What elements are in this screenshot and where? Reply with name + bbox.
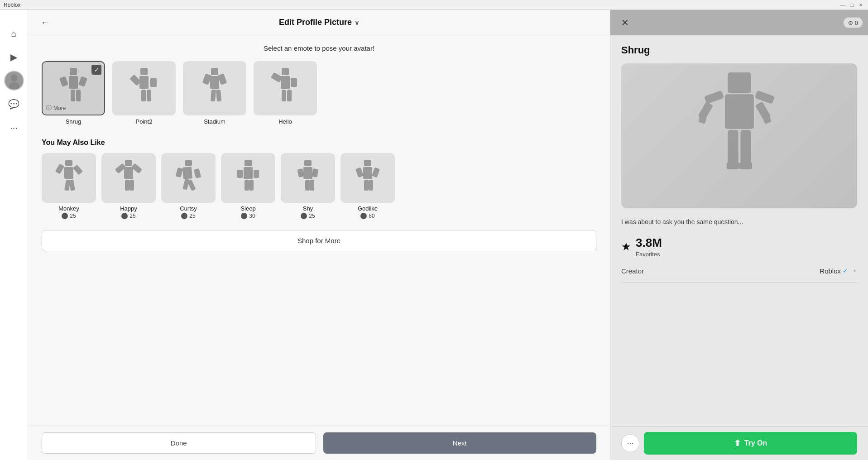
svg-rect-59: [372, 168, 380, 178]
emote-grid: ✓ ⓘ More Shrug: [42, 61, 596, 125]
suggestions-grid: Monkey 25 Hap: [42, 153, 596, 219]
main-content: Select an emote to pose your avatar! ✓: [28, 35, 610, 426]
svg-rect-5: [78, 76, 87, 87]
svg-rect-2: [70, 68, 77, 75]
suggest-price-godlike: 80: [360, 213, 374, 219]
more-badge[interactable]: ⓘ More: [46, 104, 66, 112]
suggest-card-monkey[interactable]: Monkey 25: [42, 153, 96, 219]
item-preview: [621, 63, 857, 208]
favorites-section: ★ 3.8M Favorites: [621, 236, 857, 258]
next-button[interactable]: Next: [323, 432, 597, 454]
svg-rect-73: [739, 163, 752, 169]
suggest-thumb-curtsy: [161, 153, 216, 203]
favorites-label: Favorites: [636, 251, 662, 258]
shop-for-more-button[interactable]: Shop for More: [42, 230, 596, 251]
svg-rect-50: [304, 160, 312, 166]
svg-rect-61: [369, 180, 373, 191]
svg-rect-33: [124, 167, 133, 179]
suggest-thumb-monkey: [42, 153, 96, 203]
svg-rect-36: [125, 180, 129, 191]
suggest-name-sleep: Sleep: [240, 205, 255, 212]
arrow-right-icon: →: [850, 267, 857, 275]
suggest-thumb-shy: [281, 153, 335, 203]
emote-card-stadium[interactable]: Stadium: [183, 61, 246, 125]
suggest-thumb-happy: [101, 153, 156, 203]
minimize-button[interactable]: —: [839, 1, 846, 9]
emote-thumb-shrug: ✓ ⓘ More: [42, 61, 105, 115]
suggest-thumb-sleep: [221, 153, 275, 203]
done-button[interactable]: Done: [42, 432, 316, 454]
coin-icon: [360, 213, 367, 219]
title-bar: Roblox — □ ×: [0, 0, 868, 10]
try-on-button[interactable]: ⬆ Try On: [644, 432, 857, 455]
suggest-card-godlike[interactable]: Godlike 80: [340, 153, 395, 219]
suggest-thumb-godlike: [340, 153, 395, 203]
verified-icon: ✓: [843, 267, 848, 274]
svg-rect-60: [364, 180, 369, 191]
avatar-try-icon: ⬆: [734, 438, 741, 448]
svg-rect-40: [176, 168, 183, 177]
suggest-price-monkey: 25: [62, 213, 76, 219]
svg-rect-70: [728, 130, 738, 164]
more-options-button[interactable]: ···: [621, 434, 639, 452]
emote-thumb-hello: [254, 61, 317, 115]
suggestions-title: You May Also Like: [42, 139, 596, 147]
svg-rect-39: [182, 167, 192, 179]
emote-name-point2: Point2: [136, 118, 153, 125]
emote-thumb-point2: [112, 61, 176, 115]
sidebar-item-chat[interactable]: 💬: [4, 94, 24, 114]
suggest-name-monkey: Monkey: [58, 205, 79, 212]
svg-rect-43: [187, 179, 196, 191]
right-panel-header: ✕ ⊙ 0: [610, 10, 868, 35]
close-panel-button[interactable]: ✕: [618, 15, 632, 30]
coin-icon: [301, 213, 307, 219]
emote-card-hello[interactable]: Hello: [254, 61, 317, 125]
suggest-price-shy: 25: [301, 213, 315, 219]
svg-rect-64: [704, 90, 724, 104]
suggest-name-godlike: Godlike: [358, 205, 378, 212]
svg-rect-62: [728, 72, 751, 93]
coin-icon: [181, 213, 187, 219]
sidebar-item-more[interactable]: ···: [4, 118, 24, 138]
favorites-info: 3.8M Favorites: [636, 236, 662, 258]
select-label: Select an emote to pose your avatar!: [42, 44, 596, 52]
info-icon: ⓘ: [46, 104, 52, 112]
right-panel-footer: ··· ⬆ Try On: [610, 426, 868, 460]
svg-rect-63: [725, 94, 754, 129]
suggest-card-curtsy[interactable]: Curtsy 25: [161, 153, 216, 219]
svg-rect-32: [125, 160, 132, 166]
emote-card-point2[interactable]: Point2: [112, 61, 176, 125]
sidebar-item-avatar[interactable]: [4, 71, 24, 91]
creator-link[interactable]: Roblox ✓ →: [820, 267, 857, 275]
app-title: Roblox: [4, 2, 20, 8]
chevron-down-icon[interactable]: ∨: [355, 19, 359, 26]
svg-rect-10: [129, 74, 141, 86]
svg-rect-21: [281, 76, 290, 89]
right-panel: ✕ ⊙ 0 Shrug: [610, 10, 868, 460]
window-controls: — □ ×: [839, 1, 864, 9]
svg-rect-29: [73, 164, 82, 175]
robux-badge: ⊙ 0: [844, 18, 863, 28]
favorites-count: 3.8M: [636, 236, 662, 250]
suggest-card-shy[interactable]: Shy 25: [281, 153, 335, 219]
emote-name-hello: Hello: [278, 118, 292, 125]
svg-rect-8: [140, 68, 148, 75]
star-icon: ★: [621, 240, 631, 253]
maximize-button[interactable]: □: [848, 1, 855, 9]
svg-rect-9: [139, 76, 149, 89]
close-button[interactable]: ×: [857, 1, 864, 9]
sidebar-item-home[interactable]: ⌂: [4, 24, 24, 43]
svg-rect-47: [254, 170, 259, 178]
svg-rect-51: [303, 167, 312, 179]
back-button[interactable]: ←: [37, 15, 53, 29]
emote-thumb-stadium: [183, 61, 246, 115]
svg-rect-26: [65, 160, 72, 166]
svg-rect-48: [245, 180, 249, 191]
suggest-card-sleep[interactable]: Sleep 30: [221, 153, 275, 219]
svg-rect-65: [754, 90, 774, 104]
suggest-card-happy[interactable]: Happy 25: [101, 153, 156, 219]
svg-rect-31: [69, 179, 75, 191]
sidebar-item-play[interactable]: ▶: [4, 47, 24, 67]
svg-rect-13: [147, 90, 151, 101]
emote-card-shrug[interactable]: ✓ ⓘ More Shrug: [42, 61, 105, 125]
